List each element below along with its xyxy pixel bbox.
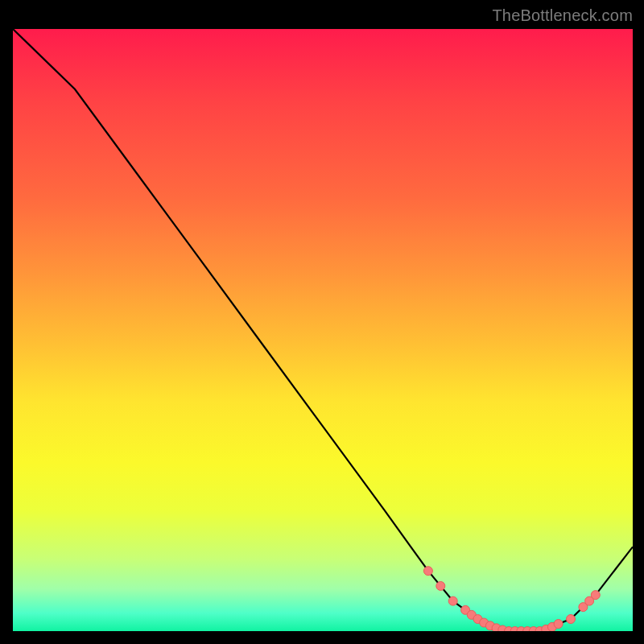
marker-dot — [554, 620, 563, 629]
marker-dot — [567, 615, 576, 624]
marker-dot — [436, 581, 445, 590]
marker-group — [423, 567, 600, 631]
marker-dot — [591, 591, 600, 600]
marker-dot — [423, 567, 432, 576]
curve-line — [13, 29, 633, 631]
plot-area — [12, 28, 634, 632]
bottleneck-curve — [13, 29, 633, 631]
marker-dot — [448, 597, 457, 605]
watermark-text: TheBottleneck.com — [492, 6, 633, 25]
chart-frame: TheBottleneck.com — [0, 0, 644, 644]
